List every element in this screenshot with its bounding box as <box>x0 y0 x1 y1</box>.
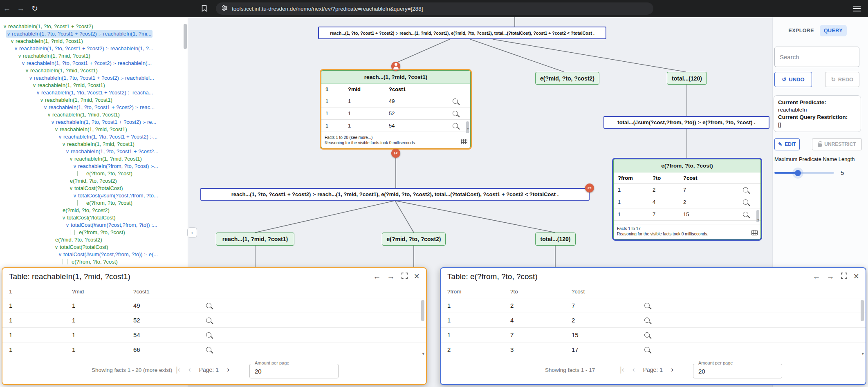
magnifier-icon[interactable] <box>743 199 748 205</box>
tree-item[interactable]: vreachableIn(1, ?mid, ?cost1) <box>0 82 188 89</box>
tree-item[interactable]: vtotalCost(#sum(?cost,?from, ?to)) :- e(… <box>0 251 188 258</box>
fact-row[interactable]: 127 <box>441 298 866 313</box>
tree-item[interactable]: vreachableIn(?from, ?to, ?cost) :-... <box>0 163 188 170</box>
scroll-down-icon[interactable]: ▾ <box>467 126 469 131</box>
scissors-marker-icon[interactable]: ✂ <box>391 149 400 158</box>
fact-row[interactable]: 2317 <box>441 342 866 357</box>
tab-query[interactable]: QUERY <box>820 25 847 36</box>
user-marker-icon[interactable] <box>391 62 400 71</box>
rule-node-sum[interactable]: total...(#sum(?cost,?from, ?to)) :- e(?f… <box>603 116 769 129</box>
amount-per-page-input[interactable] <box>249 364 339 378</box>
fact-row[interactable]: 1715 <box>441 328 866 342</box>
tree-expander-icon[interactable]: v <box>59 133 61 141</box>
next-page-icon[interactable]: › <box>671 365 673 374</box>
prev-page-icon[interactable]: ‹ <box>632 365 635 374</box>
scroll-down-icon[interactable]: ▾ <box>861 351 864 356</box>
fact-row[interactable]: 1166 <box>2 342 426 357</box>
tree-item[interactable]: vreachableIn(1, ?to, ?cost1 + ?cost2) :-… <box>0 119 188 126</box>
tree-item[interactable]: vreachableIn(1, ?to, ?cost1 + ?cost2) :-… <box>0 104 188 111</box>
tree-item[interactable]: vreachableIn(1, ?to, ?cost1 + ?cost2) <box>0 23 188 30</box>
tree-item[interactable]: vreachableIn(1, ?mid, ?cost1) <box>0 38 188 45</box>
tree-expander-icon[interactable]: v <box>66 221 69 229</box>
tree-item[interactable]: vreachableIn(1, ?mid, ?cost1) <box>0 126 188 133</box>
history-forward-icon[interactable]: → <box>387 273 395 280</box>
tree-item[interactable]: e(?from, ?to, ?cost) <box>0 258 188 266</box>
tree-expander-icon[interactable]: v <box>55 126 58 133</box>
tree-item[interactable]: vtotalCost(#sum(?cost,?from, ?to... <box>0 192 188 199</box>
predicate-node-total[interactable]: total...(120) <box>667 72 707 85</box>
slider-track-fill[interactable] <box>774 172 798 174</box>
fact-row[interactable]: 1152 <box>2 313 426 328</box>
fullscreen-icon[interactable] <box>401 272 408 281</box>
tree-expander-icon[interactable]: v <box>48 111 50 119</box>
tree-expander-icon[interactable]: v <box>37 89 39 96</box>
tree-item[interactable]: vtotalCost(?totalCost) <box>0 214 188 221</box>
tree-scrollbar-thumb[interactable] <box>184 24 187 49</box>
tab-explore[interactable]: EXPLORE <box>784 25 818 36</box>
close-icon[interactable]: × <box>854 273 859 280</box>
magnifier-icon[interactable] <box>453 111 458 116</box>
magnifier-icon[interactable] <box>644 332 650 338</box>
tree-expander-icon[interactable]: v <box>15 45 17 52</box>
magnifier-icon[interactable] <box>206 303 211 308</box>
next-page-icon[interactable]: › <box>227 365 229 374</box>
predicate-length-slider[interactable] <box>774 167 834 179</box>
table-scrollbar-thumb[interactable] <box>421 300 424 321</box>
tree-item[interactable]: vreachableIn(1, ?to, ?cost1 + ?cost2) :-… <box>0 74 188 82</box>
predicate-node-e[interactable]: e(?mid, ?to, ?cost2) <box>535 72 599 85</box>
magnifier-icon[interactable] <box>743 187 748 192</box>
magnifier-icon[interactable] <box>644 318 650 323</box>
browser-forward-icon[interactable]: → <box>14 0 28 17</box>
magnifier-icon[interactable] <box>644 303 650 308</box>
tree-item[interactable]: e(?from, ?to, ?cost) <box>0 170 188 177</box>
unrestrict-button[interactable]: UNRESTRICT <box>812 138 862 150</box>
history-back-icon[interactable]: ← <box>373 273 381 280</box>
tree-expander-icon[interactable]: v <box>40 96 43 104</box>
tree-expander-icon[interactable]: v <box>18 52 21 60</box>
bookmark-icon[interactable] <box>201 5 207 13</box>
tune-icon[interactable] <box>222 5 228 13</box>
table-scrollbar-thumb[interactable] <box>861 300 864 321</box>
magnifier-icon[interactable] <box>206 318 211 323</box>
browser-reload-icon[interactable]: ↻ <box>28 0 42 17</box>
tree-item[interactable]: vtotalCost(?totalCost) <box>0 185 188 192</box>
fact-row[interactable]: 142 <box>441 313 866 328</box>
tree-expander-icon[interactable]: v <box>70 185 72 192</box>
tree-item[interactable]: e(?mid, ?to, ?cost2) <box>0 207 188 214</box>
tree-item[interactable]: e(?mid, ?to, ?cost2) <box>0 236 188 244</box>
tree-expander-icon[interactable]: v <box>29 74 32 82</box>
search-input[interactable] <box>774 47 859 67</box>
fact-row[interactable]: 142 <box>614 196 760 208</box>
magnifier-icon[interactable] <box>743 212 748 217</box>
open-table-icon[interactable] <box>751 230 758 235</box>
rule-node-mid[interactable]: reach...(1, ?to, ?cost1 + ?cost2) :- rea… <box>200 188 590 201</box>
fact-row[interactable]: 1149 <box>2 298 426 313</box>
fact-table-node-reach[interactable]: reach...(1, ?mid, ?cost1) 1?mid?cost1 11… <box>321 70 471 148</box>
facts-count-note[interactable]: Facts 1 to 20 (see more...) <box>325 135 467 140</box>
fact-row[interactable]: 1149 <box>321 95 470 107</box>
fullscreen-icon[interactable] <box>841 272 848 281</box>
magnifier-icon[interactable] <box>453 98 458 104</box>
tree-item[interactable]: vreachableIn(1, ?mid, ?cost1) <box>0 111 188 119</box>
tree-expander-icon[interactable]: v <box>33 82 36 89</box>
tree-item[interactable]: vreachableIn(1, ?to, ?cost1 + ?cost2) :-… <box>0 89 188 96</box>
tree-item[interactable]: e(?from, ?to, ?cost) <box>0 199 188 207</box>
tree-item[interactable]: vtotalCost(#sum(?cost,?from, ?to)) :... <box>0 221 188 229</box>
tree-expander-icon[interactable]: v <box>74 192 76 199</box>
facts-count-note[interactable]: Facts 1 to 17 <box>617 226 757 231</box>
predicate-node-e-bottom[interactable]: e(?mid, ?to, ?cost2) <box>382 233 446 246</box>
edit-button[interactable]: ✎ EDIT <box>774 138 800 150</box>
open-table-icon[interactable] <box>461 139 467 144</box>
fact-row[interactable]: 1152 <box>321 107 470 120</box>
undo-button[interactable]: ↺ UNDO <box>774 72 812 87</box>
tree-expander-icon[interactable]: v <box>22 60 25 67</box>
tree-expander-icon[interactable]: v <box>44 104 47 111</box>
tree-item[interactable]: e(?from, ?to, ?cost) <box>0 229 188 236</box>
tree-item[interactable]: vreachableIn(1, ?to, ?cost1 + ?cost2) :-… <box>0 133 188 141</box>
tree-expander-icon[interactable]: v <box>55 244 58 251</box>
fact-row[interactable]: 1154 <box>2 328 426 342</box>
scroll-down-icon[interactable]: ▾ <box>757 217 759 222</box>
redo-button[interactable]: ↻ REDO <box>825 72 859 87</box>
tree-item[interactable]: vreachableIn(1, ?to, ?cost1 + ?cost2... <box>0 148 188 155</box>
magnifier-icon[interactable] <box>206 332 211 338</box>
